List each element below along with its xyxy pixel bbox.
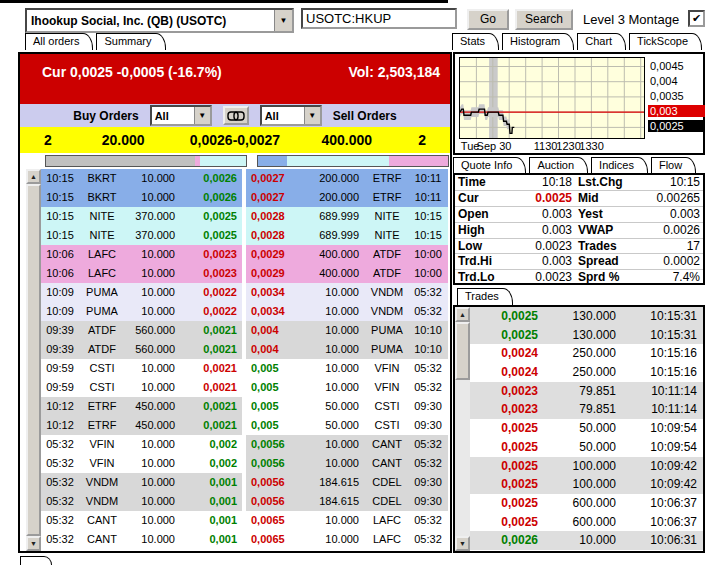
sell-order[interactable]: 0,0034 10.000 VNDM 05:32 <box>246 283 448 302</box>
sell-filter-select[interactable]: All ▼ <box>260 105 322 126</box>
sell-order[interactable]: 0,005 10.000 VFIN 05:32 <box>246 359 448 378</box>
order-row[interactable]: 09:39 ATDF 560.000 0,0021 0,004 10.000 P… <box>41 321 450 340</box>
tab-item[interactable]: Chart <box>577 33 626 50</box>
go-button[interactable]: Go <box>467 9 509 30</box>
buy-order[interactable]: 09:39 ATDF 560.000 0,0021 <box>41 321 242 340</box>
tab-item[interactable]: Summary <box>96 33 165 50</box>
order-row[interactable]: 10:15 NITE 370.000 0,0025 0,0028 689.999… <box>41 226 450 245</box>
buy-order[interactable]: 10:06 LAFC 10.000 0,0023 <box>41 245 242 264</box>
trade-row[interactable]: 0,0025 130.000 10:15:31 <box>470 326 703 345</box>
sell-order[interactable]: 0,0027 200.000 ETRF 10:11 <box>246 169 448 188</box>
sell-order[interactable]: 0,005 10.000 VFIN 05:32 <box>246 378 448 397</box>
buy-order[interactable]: 10:12 ETRF 450.000 0,0021 <box>41 416 242 435</box>
buy-order[interactable]: 10:15 BKRT 10.000 0,0026 <box>41 188 242 207</box>
trade-row[interactable]: 0,0025 100.000 10:09:42 <box>470 457 703 476</box>
scroll-down-button[interactable]: ▼ <box>26 536 41 551</box>
buy-order[interactable]: 10:09 PUMA 10.000 0,0022 <box>41 302 242 321</box>
buy-order[interactable]: 10:15 NITE 370.000 0,0025 <box>41 226 242 245</box>
tab-trades[interactable]: Trades <box>457 288 513 305</box>
buy-order[interactable]: 05:32 VFIN 10.000 0,002 <box>41 435 242 454</box>
link-filters-button[interactable] <box>223 106 249 125</box>
trade-row[interactable]: 0,0026 10.000 10:06:31 <box>470 531 703 550</box>
trade-row[interactable]: 0,0025 600.000 10:06:37 <box>470 494 703 513</box>
chevron-down-icon[interactable]: ▼ <box>274 10 292 31</box>
order-row[interactable]: 10:15 BKRT 10.000 0,0026 0,0027 200.000 … <box>41 188 450 207</box>
trade-row[interactable]: 0,0025 130.000 10:15:31 <box>470 307 703 326</box>
scroll-track[interactable] <box>455 380 470 536</box>
buy-order[interactable]: 05:32 CANT 10.000 0,001 <box>41 530 242 549</box>
tab-item[interactable]: Histogram <box>502 33 574 50</box>
buy-order[interactable]: 09:59 CSTI 10.000 0,0021 <box>41 359 242 378</box>
trade-row[interactable]: 0,0025 600.000 10:06:37 <box>470 513 703 532</box>
buy-order[interactable]: 05:32 VNDM 10.000 0,001 <box>41 492 242 511</box>
trades-scrollbar[interactable]: ▲ ▼ <box>455 307 470 551</box>
buy-order[interactable]: 05:32 CANT 10.000 0,001 <box>41 511 242 530</box>
sell-order[interactable]: 0,0028 689.999 NITE 10:15 <box>246 207 448 226</box>
order-row[interactable]: 10:06 LAFC 10.000 0,0023 0,0029 400.000 … <box>41 264 450 283</box>
order-row[interactable]: 10:09 PUMA 10.000 0,0022 0,0034 10.000 V… <box>41 283 450 302</box>
sell-order[interactable]: 0,0056 10.000 CANT 05:32 <box>246 454 448 473</box>
order-row[interactable]: 09:59 CSTI 10.000 0,0021 0,005 10.000 VF… <box>41 378 450 397</box>
trade-row[interactable]: 0,0025 50.000 10:09:54 <box>470 438 703 457</box>
sell-order[interactable]: 0,0029 400.000 ATDF 10:00 <box>246 264 448 283</box>
order-row[interactable]: 10:12 ETRF 450.000 0,0021 0,005 50.000 C… <box>41 416 450 435</box>
buy-filter-select[interactable]: All ▼ <box>150 105 212 126</box>
order-row[interactable]: 05:32 CANT 10.000 0,001 0,0065 10.000 LA… <box>41 511 450 530</box>
buy-order[interactable]: 09:39 ATDF 560.000 0,0021 <box>41 340 242 359</box>
buy-order[interactable]: 09:59 CSTI 10.000 0,0021 <box>41 378 242 397</box>
sell-order[interactable]: 0,005 50.000 CSTI 09:30 <box>246 416 448 435</box>
order-row[interactable]: 05:32 VFIN 10.000 0,002 0,0056 10.000 CA… <box>41 454 450 473</box>
order-row[interactable]: 09:39 ATDF 560.000 0,0021 0,004 10.000 P… <box>41 340 450 359</box>
tab-item[interactable]: Auction <box>529 157 588 174</box>
buy-order[interactable]: 10:15 BKRT 10.000 0,0026 <box>41 169 242 188</box>
scroll-thumb[interactable] <box>26 184 41 536</box>
order-row[interactable]: 10:15 BKRT 10.000 0,0026 0,0027 200.000 … <box>41 169 450 188</box>
order-row[interactable]: 05:32 VFIN 10.000 0,002 0,0056 10.000 CA… <box>41 435 450 454</box>
order-row[interactable]: 05:32 VNDM 10.000 0,001 0,0056 184.615 C… <box>41 492 450 511</box>
sell-order[interactable]: 0,0028 689.999 NITE 10:15 <box>246 226 448 245</box>
level3-checkbox[interactable]: ✔ <box>688 10 705 27</box>
buy-order[interactable]: 10:15 NITE 370.000 0,0025 <box>41 207 242 226</box>
order-row[interactable]: 09:59 CSTI 10.000 0,0021 0,005 10.000 VF… <box>41 359 450 378</box>
sell-order[interactable]: 0,004 10.000 PUMA 10:10 <box>246 340 448 359</box>
buy-order[interactable]: 05:32 VNDM 10.000 0,001 <box>41 473 242 492</box>
order-row[interactable]: 10:09 PUMA 10.000 0,0022 0,0034 10.000 V… <box>41 302 450 321</box>
tab-item[interactable]: Stats <box>452 33 499 50</box>
chevron-down-icon[interactable]: ▼ <box>304 107 320 124</box>
tab-item[interactable]: Quote Info <box>453 157 526 174</box>
sell-order[interactable]: 0,0056 184.615 CDEL 09:30 <box>246 473 448 492</box>
sell-order[interactable]: 0,0034 10.000 VNDM 05:32 <box>246 302 448 321</box>
scroll-thumb[interactable] <box>455 322 470 380</box>
scroll-up-button[interactable]: ▲ <box>455 307 470 322</box>
trade-row[interactable]: 0,0023 79.851 10:11:14 <box>470 382 703 401</box>
trade-row[interactable]: 0,0025 50.000 10:09:54 <box>470 419 703 438</box>
chevron-down-icon[interactable]: ▼ <box>194 107 210 124</box>
order-row[interactable]: 10:12 ETRF 450.000 0,0021 0,005 50.000 C… <box>41 397 450 416</box>
scroll-up-button[interactable]: ▲ <box>26 169 41 184</box>
sell-order[interactable]: 0,0056 10.000 CANT 05:32 <box>246 435 448 454</box>
sell-order[interactable]: 0,0065 10.000 LAFC 05:32 <box>246 530 448 549</box>
sell-order[interactable]: 0,0029 400.000 ATDF 10:00 <box>246 245 448 264</box>
sell-order[interactable]: 0,0065 10.000 LAFC 05:32 <box>246 511 448 530</box>
tab-item[interactable]: Indices <box>591 157 648 174</box>
search-button[interactable]: Search <box>515 9 573 30</box>
sell-order[interactable]: 0,0056 184.615 CDEL 09:30 <box>246 492 448 511</box>
tab-item[interactable]: TickScope <box>629 33 702 50</box>
tab-item[interactable]: Flow <box>651 157 696 174</box>
tab-item[interactable]: All orders <box>25 33 93 50</box>
buy-order[interactable]: 10:06 LAFC 10.000 0,0023 <box>41 264 242 283</box>
sell-order[interactable]: 0,005 50.000 CSTI 09:30 <box>246 397 448 416</box>
trade-row[interactable]: 0,0025 100.000 10:09:42 <box>470 475 703 494</box>
symbol-input[interactable] <box>301 8 457 29</box>
buy-order[interactable]: 10:12 ETRF 450.000 0,0021 <box>41 397 242 416</box>
sell-order[interactable]: 0,0027 200.000 ETRF 10:11 <box>246 188 448 207</box>
scroll-down-button[interactable]: ▼ <box>455 536 470 551</box>
trade-row[interactable]: 0,0024 250.000 10:15:16 <box>470 344 703 363</box>
order-row[interactable]: 10:15 NITE 370.000 0,0025 0,0028 689.999… <box>41 207 450 226</box>
trade-row[interactable]: 0,0023 79.851 10:11:14 <box>470 400 703 419</box>
trade-row[interactable]: 0,0024 250.000 10:15:16 <box>470 363 703 382</box>
buy-order[interactable]: 05:32 VFIN 10.000 0,002 <box>41 454 242 473</box>
sell-order[interactable]: 0,004 10.000 PUMA 10:10 <box>246 321 448 340</box>
order-row[interactable]: 05:32 VNDM 10.000 0,001 0,0056 184.615 C… <box>41 473 450 492</box>
symbol-combobox[interactable]: Ihookup Social, Inc. (QB) (USOTC) ▼ <box>25 8 294 33</box>
